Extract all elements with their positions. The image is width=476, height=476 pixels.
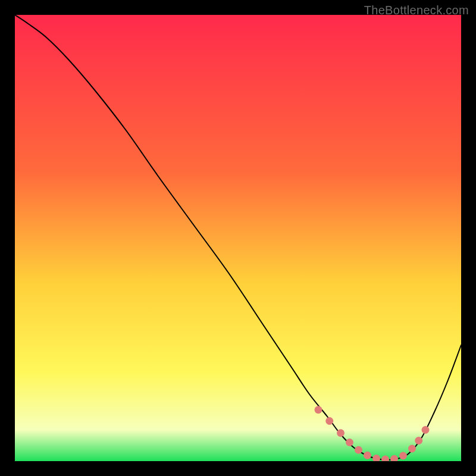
chart-svg: [15, 15, 461, 461]
optimal-marker: [337, 429, 345, 437]
optimal-marker: [346, 439, 353, 446]
optimal-marker: [355, 446, 362, 454]
optimal-marker: [364, 452, 371, 459]
optimal-marker: [408, 445, 416, 453]
bottleneck-chart: [15, 15, 461, 461]
gradient-background: [15, 15, 461, 461]
optimal-marker: [415, 437, 422, 444]
chart-frame: TheBottleneck.com: [0, 0, 476, 476]
optimal-marker: [399, 452, 407, 460]
optimal-marker: [422, 426, 430, 434]
optimal-marker: [315, 406, 322, 414]
optimal-marker: [325, 417, 333, 425]
